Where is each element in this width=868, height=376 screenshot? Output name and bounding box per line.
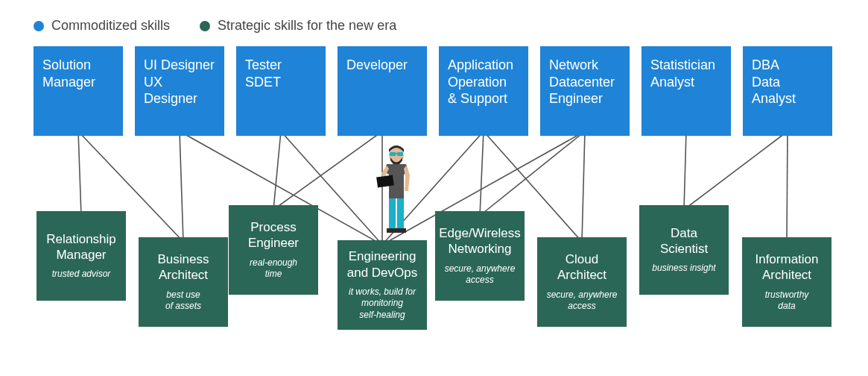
green-title: InformationArchitect: [755, 251, 818, 283]
connection-lines-layer: [0, 0, 868, 376]
green-box-g2: BusinessArchitectbest useof assets: [139, 237, 228, 327]
svg-rect-35: [397, 152, 403, 156]
green-title: ProcessEngineer: [248, 219, 299, 251]
blue-box-b4: Developer: [338, 46, 427, 136]
green-title: CloudArchitect: [557, 251, 606, 283]
developer-person-icon: [374, 145, 419, 242]
blue-box-b5: ApplicationOperation& Support: [439, 46, 528, 136]
green-box-g4: Engineeringand DevOpsit works, build for…: [338, 240, 427, 330]
blue-title: SolutionManager: [42, 57, 95, 90]
green-box-g8: InformationArchitecttrustworthydata: [742, 237, 831, 327]
green-box-g6: CloudArchitectsecure, anywhereaccess: [537, 237, 627, 327]
green-title: BusinessArchitect: [158, 251, 209, 283]
green-title: Edge/WirelessNetworking: [439, 225, 521, 257]
svg-line-14: [684, 131, 686, 210]
blue-title: NetworkDatacenterEngineer: [549, 57, 615, 107]
blue-box-b8: DBAData Analyst: [743, 46, 832, 136]
blue-title: Developer: [346, 57, 408, 74]
green-caption: business insight: [652, 263, 715, 275]
green-caption: it works, build formonitoringself-healin…: [349, 286, 416, 322]
blue-box-b2: UI DesignerUX Designer: [135, 46, 224, 136]
green-caption: secure, anywhereaccess: [445, 263, 516, 286]
green-title: DataScientist: [660, 225, 708, 257]
legend-label-commoditized: Commoditized skills: [51, 18, 170, 34]
legend-dot-blue: [34, 21, 44, 31]
svg-rect-38: [389, 198, 396, 228]
green-caption: secure, anywhereaccess: [547, 289, 618, 313]
blue-box-b6: NetworkDatacenterEngineer: [540, 46, 630, 136]
blue-title: TesterSDET: [245, 57, 282, 90]
svg-line-15: [684, 131, 788, 210]
svg-line-4: [273, 131, 281, 210]
blue-box-b3: TesterSDET: [236, 46, 326, 136]
legend-dot-green: [200, 21, 210, 31]
green-title: RelationshipManager: [46, 231, 116, 263]
svg-line-13: [582, 131, 585, 242]
green-box-g5: Edge/WirelessNetworkingsecure, anywherea…: [435, 211, 525, 301]
svg-line-16: [787, 131, 788, 242]
green-caption: trustworthydata: [765, 289, 809, 313]
legend: Commoditized skills Strategic skills for…: [34, 18, 396, 34]
svg-line-0: [78, 131, 81, 216]
blue-title: UI DesignerUX Designer: [144, 57, 215, 107]
green-box-g1: RelationshipManagertrusted advisor: [37, 211, 126, 301]
green-box-g3: ProcessEngineerreal-enoughtime: [229, 205, 318, 295]
svg-line-2: [180, 131, 183, 242]
blue-title: ApplicationOperation& Support: [448, 57, 513, 107]
svg-rect-34: [390, 152, 396, 156]
blue-box-b1: SolutionManager: [34, 46, 123, 136]
legend-label-strategic: Strategic skills for the new era: [218, 18, 396, 34]
svg-line-12: [480, 131, 585, 216]
svg-rect-39: [397, 198, 404, 228]
svg-rect-40: [387, 228, 396, 233]
legend-item-commoditized: Commoditized skills: [34, 18, 170, 34]
svg-line-9: [480, 131, 484, 216]
green-box-g7: DataScientistbusiness insight: [639, 205, 729, 295]
blue-title: StatisticianAnalyst: [650, 57, 715, 90]
svg-rect-36: [396, 153, 397, 154]
green-caption: best useof assets: [165, 289, 201, 313]
green-caption: real-enoughtime: [250, 257, 297, 281]
green-caption: trusted advisor: [52, 269, 111, 281]
legend-item-strategic: Strategic skills for the new era: [200, 18, 396, 34]
svg-line-6: [273, 131, 382, 210]
blue-title: DBAData Analyst: [752, 57, 823, 107]
blue-box-b7: StatisticianAnalyst: [642, 46, 731, 136]
svg-rect-41: [396, 228, 406, 233]
green-title: Engineeringand DevOps: [347, 248, 418, 281]
